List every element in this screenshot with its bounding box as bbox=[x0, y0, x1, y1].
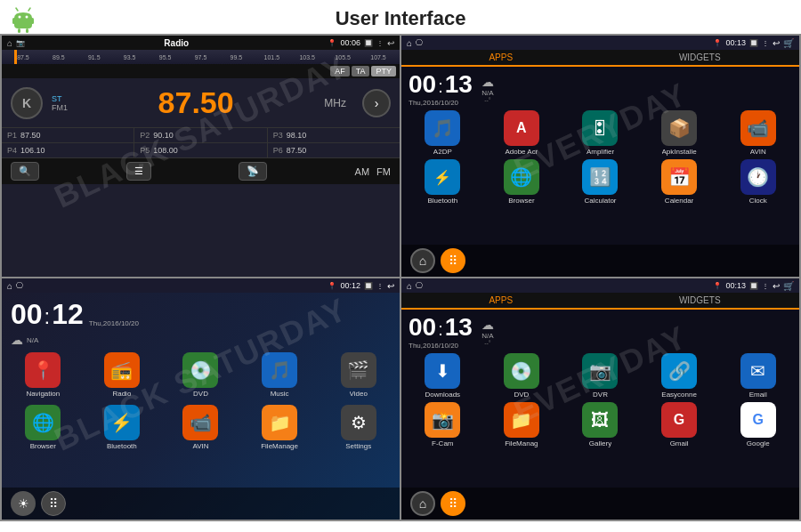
radio-st-label: ST bbox=[52, 94, 62, 103]
home-dock-apps[interactable]: ⠿ bbox=[41, 491, 66, 516]
fm-label[interactable]: FM bbox=[376, 166, 391, 177]
filemanager-bottom-label: FileManag bbox=[505, 439, 538, 447]
app-clock[interactable]: 🕐 Clock bbox=[720, 159, 796, 205]
apps-top-hour: 00 bbox=[409, 70, 436, 99]
apps-bottom-clock: 00 : 13 Thu,2016/10/20 bbox=[409, 313, 473, 350]
bottom-dock-apps[interactable]: ⠿ bbox=[441, 491, 465, 516]
svg-point-4 bbox=[19, 16, 21, 19]
radio-presets: P187.50 P290.10 P398.10 P4106.10 P5108.0… bbox=[2, 127, 400, 157]
app-filemanager-home[interactable]: 📁 FileManage bbox=[242, 405, 318, 450]
calendar-label: Calendar bbox=[665, 197, 693, 205]
radio-next-button[interactable]: › bbox=[362, 89, 391, 117]
radio-title: Radio bbox=[164, 38, 189, 48]
radio-time: 00:06 bbox=[340, 38, 360, 47]
gallery-label: Gallery bbox=[589, 439, 611, 447]
app-google[interactable]: G Google bbox=[720, 402, 796, 447]
app-gmail[interactable]: G Gmail bbox=[642, 402, 717, 447]
app-a2dp[interactable]: 🎵 A2DP bbox=[405, 110, 481, 156]
apps-bottom-date: Thu,2016/10/20 bbox=[409, 342, 473, 350]
app-dvd-home[interactable]: 💿 DVD bbox=[163, 352, 239, 398]
clock-icon: 🕐 bbox=[740, 159, 776, 195]
app-navigation[interactable]: 📍 Navigation bbox=[5, 352, 81, 398]
app-dvr[interactable]: 📷 DVR bbox=[562, 353, 638, 399]
navigation-label: Navigation bbox=[26, 390, 60, 398]
app-dvd-bottom[interactable]: 💿 DVD bbox=[484, 353, 560, 399]
tab-widgets[interactable]: WIDGETS bbox=[601, 50, 800, 65]
preset-5[interactable]: P5108.00 bbox=[134, 143, 266, 157]
tab-apps[interactable]: APPS bbox=[401, 50, 601, 67]
preset-4[interactable]: P4106.10 bbox=[2, 143, 134, 157]
radio-main: K ST FM1 87.50 MHz › bbox=[2, 78, 400, 127]
antenna-button[interactable]: 📡 bbox=[239, 162, 267, 181]
app-browser-top[interactable]: 🌐 Browser bbox=[484, 159, 560, 205]
dock-apps[interactable]: ⠿ bbox=[441, 248, 465, 273]
home-date: Thu,2016/10/20 bbox=[89, 319, 139, 331]
ta-button[interactable]: TA bbox=[352, 66, 370, 77]
list-button[interactable]: ☰ bbox=[126, 162, 151, 181]
app-music[interactable]: 🎵 Music bbox=[242, 352, 318, 398]
preset-6[interactable]: P687.50 bbox=[268, 143, 400, 157]
apkinstaller-icon: 📦 bbox=[661, 110, 697, 146]
apps-tabs: APPS WIDGETS bbox=[401, 50, 799, 67]
app-avin-home[interactable]: 📹 AVIN bbox=[163, 405, 239, 450]
dvd-home-label: DVD bbox=[193, 390, 208, 398]
browser-top-icon: 🌐 bbox=[504, 159, 539, 195]
app-video[interactable]: 🎬 Video bbox=[320, 352, 396, 398]
app-bluetooth-top[interactable]: ⚡ Bluetooth bbox=[405, 159, 481, 205]
apps-bottom-status-bar: ⌂ 🖵 📍 00:13 🔲 ⋮ ↩ 🛒 bbox=[401, 278, 799, 293]
home-apps-row1: 📍 Navigation 📻 Radio 💿 DVD 🎵 Music 🎬 Vid… bbox=[2, 349, 400, 401]
app-email[interactable]: ✉ Email bbox=[720, 353, 796, 399]
app-bluetooth-home[interactable]: ⚡ Bluetooth bbox=[85, 405, 160, 450]
app-downloads[interactable]: ⬇ Downloads bbox=[405, 353, 481, 399]
panel-home: BLACK SATURDAY ⌂ 🖵 📍 00:12 🔲 ⋮ ↩ 00 : 12… bbox=[1, 278, 400, 520]
app-gallery[interactable]: 🖼 Gallery bbox=[562, 402, 638, 447]
svg-rect-2 bbox=[12, 18, 15, 24]
app-amplifier[interactable]: 🎛 Amplifier bbox=[562, 110, 638, 156]
dvd-bottom-icon: 💿 bbox=[504, 353, 539, 389]
tab-apps-bottom[interactable]: APPS bbox=[401, 293, 601, 310]
radio-fm-label: FM1 bbox=[52, 103, 68, 112]
bluetooth-top-icon: ⚡ bbox=[425, 159, 460, 195]
app-settings[interactable]: ⚙ Settings bbox=[320, 405, 396, 450]
bottom-dock-home[interactable]: ⌂ bbox=[410, 491, 435, 516]
app-avin-top[interactable]: 📹 AVIN bbox=[720, 110, 796, 156]
app-easyconnect[interactable]: 🔗 Easyconne bbox=[642, 353, 717, 399]
preset-1[interactable]: P187.50 bbox=[2, 128, 134, 142]
filemanager-bottom-icon: 📁 bbox=[504, 402, 539, 438]
dvr-label: DVR bbox=[593, 391, 608, 399]
tab-widgets-bottom[interactable]: WIDGETS bbox=[601, 293, 800, 308]
filemanager-home-icon: 📁 bbox=[262, 405, 297, 440]
apkinstaller-label: ApkInstalle bbox=[662, 148, 697, 156]
am-label[interactable]: AM bbox=[355, 166, 370, 177]
radio-status-bar: ⌂ 📷 Radio 📍 00:06 🔲 ⋮ ↩ bbox=[2, 36, 400, 50]
app-calendar[interactable]: 📅 Calendar bbox=[642, 159, 717, 205]
avin-home-icon: 📹 bbox=[182, 405, 218, 440]
app-radio[interactable]: 📻 Radio bbox=[85, 352, 160, 398]
radio-k-button[interactable]: K bbox=[11, 87, 43, 119]
panel-apps-top: EVERYDAY ⌂ 🖵 📍 00:13 🔲 ⋮ ↩ 🛒 APPS WIDGET… bbox=[400, 35, 800, 278]
weather2-dash: --° bbox=[484, 340, 490, 346]
fcam-icon: 📸 bbox=[425, 402, 460, 438]
panel-radio: BLACK SATURDAY ⌂ 📷 Radio 📍 00:06 🔲 ⋮ ↩ 8… bbox=[1, 35, 400, 278]
pty-button[interactable]: PTY bbox=[371, 66, 396, 77]
preset-3[interactable]: P398.10 bbox=[268, 128, 400, 142]
app-fcam[interactable]: 📸 F-Cam bbox=[405, 402, 481, 447]
preset-2[interactable]: P290.10 bbox=[134, 128, 266, 142]
adobe-icon: A bbox=[504, 110, 539, 146]
music-icon: 🎵 bbox=[262, 352, 297, 388]
app-filemanager-bottom[interactable]: 📁 FileManag bbox=[484, 402, 560, 447]
svg-line-6 bbox=[16, 8, 18, 11]
af-button[interactable]: AF bbox=[330, 66, 350, 77]
bluetooth-home-label: Bluetooth bbox=[107, 442, 137, 450]
app-adobe[interactable]: A Adobe Acr bbox=[484, 110, 560, 156]
browser-home-label: Browser bbox=[30, 442, 56, 450]
downloads-icon: ⬇ bbox=[425, 353, 460, 389]
search-button[interactable]: 🔍 bbox=[11, 162, 39, 181]
clock-label: Clock bbox=[749, 197, 767, 205]
dock-home[interactable]: ⌂ bbox=[410, 248, 435, 273]
app-browser-home[interactable]: 🌐 Browser bbox=[5, 405, 81, 450]
app-apkinstaller[interactable]: 📦 ApkInstalle bbox=[642, 110, 717, 156]
home-dock-sun[interactable]: ☀ bbox=[11, 491, 36, 516]
app-calculator-top[interactable]: 🔢 Calculator bbox=[562, 159, 638, 205]
home-min: 12 bbox=[52, 298, 84, 331]
